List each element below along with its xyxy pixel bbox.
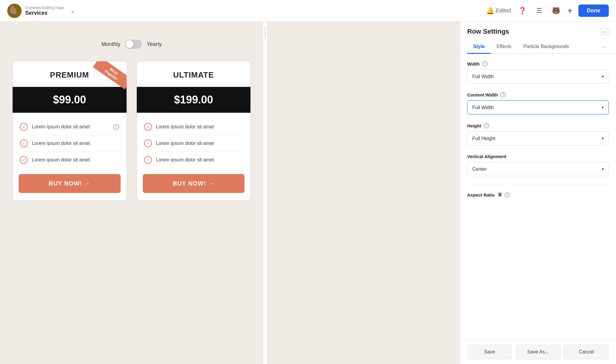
- vertical-alignment-select[interactable]: Top Center Bottom: [467, 162, 609, 176]
- panel-footer: Save Save As... Cancel: [460, 340, 616, 364]
- height-label: Height ?: [467, 123, 609, 128]
- premium-title: PREMIUM: [50, 70, 89, 79]
- done-button[interactable]: Done: [578, 5, 609, 17]
- premium-card: PREMIUM Most Popular $99.00 ✓ Lorem ipsu…: [12, 61, 127, 201]
- width-field-group: Width ? Full Width Boxed Custom: [467, 61, 609, 84]
- vertical-alignment-label-text: Vertical Alignment: [467, 154, 506, 159]
- panel-tabs: Style Effects Particle Backgrounds ···: [460, 40, 616, 54]
- premium-feature-1: ✓ Lorem ipsum dolor sit amet ?: [20, 119, 119, 135]
- scroll-dot: [265, 28, 266, 29]
- billing-toggle[interactable]: [125, 40, 142, 49]
- ultimate-feature-2: ✓ Lorem ipsum dolor sit amet: [144, 135, 244, 152]
- toggle-thumb: [126, 40, 133, 48]
- width-label-text: Width: [467, 61, 480, 66]
- tab-particle-backgrounds[interactable]: Particle Backgrounds: [517, 40, 575, 54]
- premium-price-bar: $99.00: [13, 87, 127, 113]
- ultimate-features: ✓ Lorem ipsum dolor sit amet ✓ Lorem ips…: [137, 113, 251, 174]
- premium-feature-3: ✓ Lorem ipsum dolor sit amet: [20, 152, 119, 168]
- panel-minimize-button[interactable]: —: [600, 29, 609, 35]
- bear-icon[interactable]: 🐻: [551, 5, 562, 16]
- topbar-page-title: Services: [25, 10, 64, 16]
- tab-style[interactable]: Style: [467, 40, 491, 54]
- width-help-icon[interactable]: ?: [482, 61, 488, 66]
- width-label: Width ?: [467, 61, 609, 66]
- topbar-title: Currently Editing Page Services: [25, 5, 64, 16]
- pricing-cards-row: PREMIUM Most Popular $99.00 ✓ Lorem ipsu…: [12, 61, 251, 201]
- cancel-button[interactable]: Cancel: [564, 345, 609, 359]
- panel-header: Row Settings —: [460, 22, 616, 35]
- ultimate-feature-1-text: Lorem ipsum dolor sit amet: [156, 124, 214, 130]
- height-select-wrapper: Full Height Auto Custom: [467, 131, 609, 145]
- content-width-select-wrapper: Full Width Boxed Custom: [467, 100, 609, 115]
- scrollbar-marker: [263, 22, 267, 364]
- ultimate-feature-3: ✓ Lorem ipsum dolor sit amet: [144, 152, 244, 168]
- help-icon[interactable]: ❓: [517, 5, 528, 16]
- height-select[interactable]: Full Height Auto Custom: [467, 131, 609, 145]
- premium-feature-2: ✓ Lorem ipsum dolor sit amet: [20, 135, 119, 152]
- aspect-ratio-label: Aspect Ratio 🖥 ?: [467, 192, 609, 197]
- ultimate-price-bar: $199.00: [137, 87, 251, 113]
- most-popular-ribbon: Most Popular: [93, 61, 127, 89]
- check-icon-2: ✓: [20, 139, 28, 147]
- content-width-field-group: Content Width ? Full Width Boxed Custom: [467, 92, 609, 115]
- ultimate-buy-button[interactable]: BUY NOW! →: [143, 174, 245, 193]
- premium-features: ✓ Lorem ipsum dolor sit amet ? ✓ Lorem i…: [13, 113, 127, 174]
- height-label-text: Height: [467, 123, 481, 128]
- ultimate-card: ULTIMATE $199.00 ✓ Lorem ipsum dolor sit…: [136, 61, 251, 201]
- check-icon-u2: ✓: [144, 139, 152, 147]
- vertical-alignment-label: Vertical Alignment: [467, 154, 609, 159]
- scroll-dot: [265, 32, 266, 34]
- premium-feature-3-text: Lorem ipsum dolor sit amet: [32, 157, 90, 163]
- ultimate-feature-3-text: Lorem ipsum dolor sit amet: [156, 157, 214, 163]
- panel-body: Width ? Full Width Boxed Custom Content …: [460, 54, 616, 340]
- premium-feature-2-text: Lorem ipsum dolor sit amet: [32, 141, 90, 146]
- scroll-dot: [265, 35, 266, 36]
- ultimate-title: ULTIMATE: [173, 70, 214, 79]
- height-help-icon[interactable]: ?: [484, 123, 489, 128]
- aspect-ratio-field-group: Aspect Ratio 🖥 ?: [467, 192, 609, 197]
- content-width-help-icon[interactable]: ?: [500, 92, 506, 97]
- page-dropdown-chevron[interactable]: ⌄: [70, 8, 75, 14]
- save-button[interactable]: Save: [467, 345, 512, 359]
- topbar-right: Edited ❓ ☰ 🐻 + Done: [496, 5, 609, 17]
- ultimate-card-header: ULTIMATE: [137, 61, 251, 87]
- content-width-label: Content Width ?: [467, 92, 609, 97]
- check-icon-3: ✓: [20, 156, 28, 164]
- aspect-ratio-label-text: Aspect Ratio: [467, 192, 495, 197]
- topbar-subtitle: Currently Editing Page: [25, 5, 64, 10]
- topbar: 🦫 Currently Editing Page Services ⌄ 🔔 Ed…: [0, 0, 616, 22]
- topbar-left: 🦫 Currently Editing Page Services ⌄: [7, 4, 75, 18]
- monthly-label: Monthly: [101, 41, 120, 47]
- tab-effects[interactable]: Effects: [491, 40, 517, 54]
- scroll-dot: [265, 30, 266, 31]
- check-icon-u1: ✓: [144, 123, 152, 131]
- content-width-select[interactable]: Full Width Boxed Custom: [467, 100, 609, 115]
- tabs-more-button[interactable]: ···: [599, 40, 609, 53]
- list-icon[interactable]: ☰: [534, 5, 545, 16]
- field-divider: [467, 185, 609, 185]
- panel-title: Row Settings: [467, 28, 509, 35]
- height-field-group: Height ? Full Height Auto Custom: [467, 123, 609, 145]
- premium-feature-1-text: Lorem ipsum dolor sit amet: [32, 124, 90, 130]
- vertical-alignment-field-group: Vertical Alignment Top Center Bottom: [467, 154, 609, 176]
- aspect-ratio-help-icon[interactable]: ?: [504, 192, 510, 197]
- ultimate-feature-1: ✓ Lorem ipsum dolor sit amet: [144, 119, 244, 135]
- vertical-alignment-select-wrapper: Top Center Bottom: [467, 162, 609, 176]
- add-icon[interactable]: +: [568, 6, 572, 16]
- premium-price: $99.00: [53, 93, 86, 106]
- scroll-dot: [265, 37, 266, 38]
- edited-label: Edited: [496, 8, 511, 14]
- logo: 🦫: [7, 4, 22, 18]
- billing-toggle-row: Monthly Yearly: [101, 40, 161, 49]
- premium-buy-button[interactable]: BUY NOW! →: [19, 174, 121, 193]
- width-select-wrapper: Full Width Boxed Custom: [467, 69, 609, 84]
- canvas-area: Monthly Yearly PREMIUM Most Popular $99.…: [0, 22, 263, 364]
- save-as-button[interactable]: Save As...: [516, 345, 560, 359]
- feature-help-icon[interactable]: ?: [113, 124, 119, 130]
- bell-icon[interactable]: 🔔: [485, 5, 496, 16]
- content-width-label-text: Content Width: [467, 92, 498, 97]
- row-settings-panel: Row Settings — Style Effects Particle Ba…: [460, 22, 616, 364]
- width-select[interactable]: Full Width Boxed Custom: [467, 69, 609, 84]
- check-icon-1: ✓: [20, 123, 28, 131]
- ultimate-price: $199.00: [174, 93, 213, 106]
